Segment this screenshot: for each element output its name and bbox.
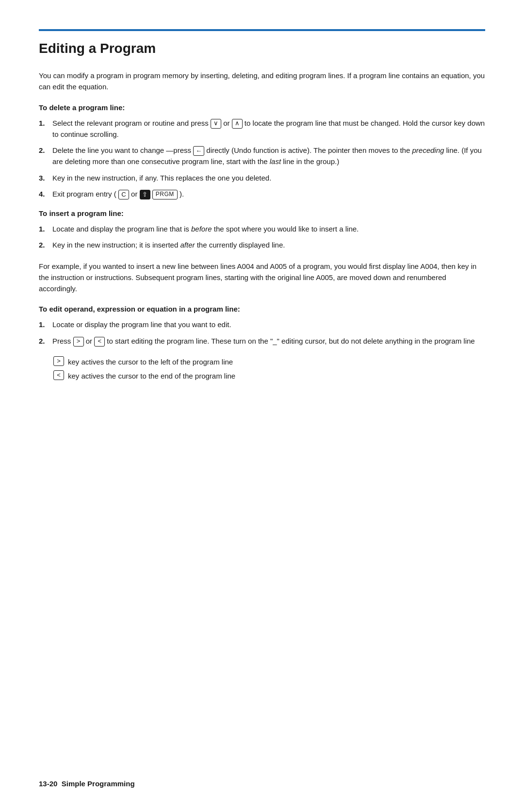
edit-step2-content: Press > or < to start editing the progra… — [52, 335, 485, 347]
or-connector2: or — [131, 190, 140, 198]
bullet2-text: key actives the cursor to the end of the… — [68, 370, 235, 381]
insert-step1-content: Locate and display the program line that… — [52, 223, 485, 234]
or-connector3: or — [86, 337, 95, 345]
prgm-key: PRGM — [152, 190, 178, 199]
or-connector1: or — [223, 119, 232, 127]
footer-text: 13-20 Simple Programming — [39, 779, 135, 788]
step4-content: Exit program entry ( C or ⇧ PRGM ). — [52, 188, 485, 199]
list-number: 2. — [39, 145, 52, 156]
insert-step2-content: Key in the new instruction; it is insert… — [52, 239, 485, 250]
backspace-key: ← — [193, 146, 204, 156]
section1-heading: To delete a program line: — [39, 103, 485, 112]
right-key-bullet: > — [53, 356, 64, 366]
list-item: > key actives the cursor to the left of … — [39, 356, 485, 367]
section3-heading: To edit operand, expression or equation … — [39, 305, 485, 313]
left-key-bullet: < — [53, 370, 64, 380]
section-name: Simple Programming — [62, 779, 135, 788]
list-number: 2. — [39, 335, 52, 347]
list-item: 1. Locate and display the program line t… — [39, 223, 485, 234]
list-number: 2. — [39, 239, 52, 250]
up-arrow-key: ∧ — [232, 119, 243, 129]
bullet-list: > key actives the cursor to the left of … — [39, 356, 485, 382]
list-number: 4. — [39, 188, 52, 199]
intro-paragraph: You can modify a program in program memo… — [39, 70, 485, 93]
edit-step1-content: Locate or display the program line that … — [52, 319, 485, 330]
italic-before: before — [191, 225, 212, 233]
list-number: 1. — [39, 117, 52, 129]
list-number: 1. — [39, 223, 52, 234]
list-item: 1. Select the relevant program or routin… — [39, 117, 485, 140]
list-number: 1. — [39, 319, 52, 330]
section3-steps: 1. Locate or display the program line th… — [39, 319, 485, 347]
italic-preceding: preceding — [412, 146, 444, 154]
bullet1-text: key actives the cursor to the left of th… — [68, 356, 233, 367]
list-item: 3. Key in the new instruction, if any. T… — [39, 172, 485, 183]
list-item: 2. Delete the line you want to change —p… — [39, 145, 485, 167]
step2-content: Delete the line you want to change —pres… — [52, 145, 485, 167]
list-item: < key actives the cursor to the end of t… — [39, 370, 485, 381]
italic-after: after — [180, 241, 195, 249]
italic-last: last — [270, 157, 281, 166]
footer: 13-20 Simple Programming — [0, 779, 524, 788]
page-ref: 13-20 — [39, 779, 57, 788]
down-arrow-key: ∨ — [211, 119, 221, 129]
list-item: 4. Exit program entry ( C or ⇧ PRGM ). — [39, 188, 485, 199]
list-item: 2. Key in the new instruction; it is ins… — [39, 239, 485, 250]
section2-steps: 1. Locate and display the program line t… — [39, 223, 485, 251]
section1-steps: 1. Select the relevant program or routin… — [39, 117, 485, 200]
step1-content: Select the relevant program or routine a… — [52, 117, 485, 140]
top-border — [39, 29, 485, 31]
page-container: Editing a Program You can modify a progr… — [0, 0, 524, 812]
page-title: Editing a Program — [39, 41, 485, 56]
list-item: 2. Press > or < to start editing the pro… — [39, 335, 485, 347]
middle-paragraph: For example, if you wanted to insert a n… — [39, 261, 485, 295]
section2-heading: To insert a program line: — [39, 209, 485, 217]
left-key: < — [94, 337, 105, 347]
shift-key: ⇧ — [140, 190, 150, 199]
list-item: 1. Locate or display the program line th… — [39, 319, 485, 330]
c-key: C — [118, 190, 129, 199]
right-key: > — [73, 337, 84, 347]
step3-content: Key in the new instruction, if any. This… — [52, 172, 485, 183]
list-number: 3. — [39, 172, 52, 183]
